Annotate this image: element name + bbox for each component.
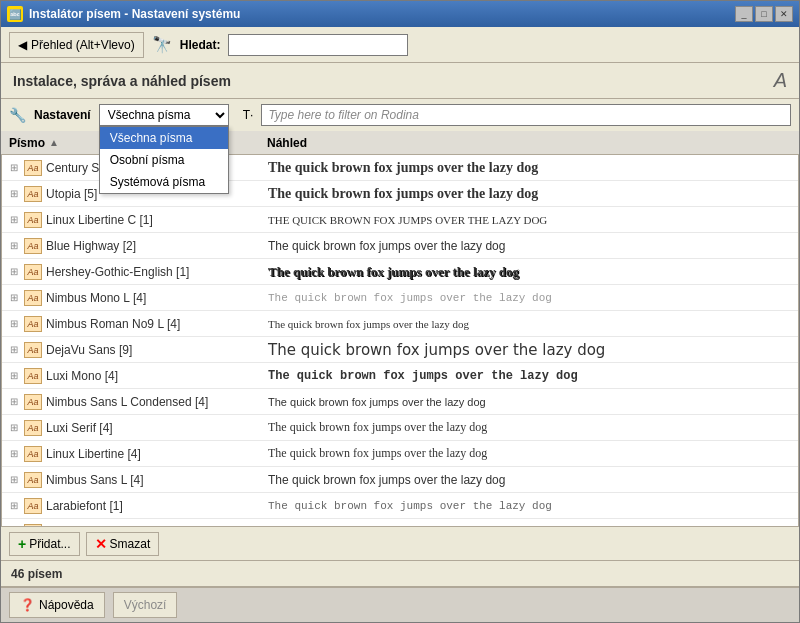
font-name: Nimbus Sans L [4] xyxy=(46,473,144,487)
window-title: Instalátor písem - Nastavení systému xyxy=(29,7,240,21)
font-name: Hershey-Gothic-English [1] xyxy=(46,265,189,279)
remove-button-label: Smazat xyxy=(110,537,151,551)
font-decoration-icon: A xyxy=(774,69,787,92)
help-icon: ❓ xyxy=(20,598,35,612)
font-type-icon: Aa xyxy=(24,186,42,202)
expand-icon[interactable]: ⊞ xyxy=(10,188,18,199)
remove-button[interactable]: ✕ Smazat xyxy=(86,532,160,556)
minimize-button[interactable]: _ xyxy=(735,6,753,22)
font-preview: The quick brown fox jumps over the lazy … xyxy=(268,500,790,512)
font-type-icon: Aa xyxy=(24,472,42,488)
dropdown-item-personal[interactable]: Osobní písma xyxy=(100,149,228,171)
font-name-cell: ⊞ Aa DejaVu Sans [9] xyxy=(10,342,268,358)
subtitle-bar: Instalace, správa a náhled písem A xyxy=(1,63,799,99)
font-name-cell: ⊞ Aa Linux Libertine [4] xyxy=(10,446,268,462)
table-row[interactable]: ⊞ Aa Hershey-Gothic-English [1] The quic… xyxy=(2,259,798,285)
font-name: Nimbus Roman No9 L [4] xyxy=(46,317,180,331)
font-name-cell: ⊞ Aa Linux Libertine C [1] xyxy=(10,212,268,228)
expand-icon[interactable]: ⊞ xyxy=(10,422,18,433)
font-name-cell: ⊞ Aa Nimbus Roman No9 L [4] xyxy=(10,316,268,332)
font-name-cell: ⊞ Aa Luxi Mono [4] xyxy=(10,368,268,384)
default-button[interactable]: Výchozí xyxy=(113,592,178,618)
font-type-icon: Aa xyxy=(24,238,42,254)
table-row[interactable]: ⊞ Aa DejaVu Sans [9] The quick brown fox… xyxy=(2,337,798,363)
page-title: Instalace, správa a náhled písem xyxy=(13,73,231,89)
expand-icon[interactable]: ⊞ xyxy=(10,240,18,251)
title-bar: 🔤 Instalátor písem - Nastavení systému _… xyxy=(1,1,799,27)
font-name: Blue Highway [2] xyxy=(46,239,136,253)
font-table[interactable]: ⊞ Aa Century Sc... The quick brown fox j… xyxy=(1,155,799,526)
font-preview: THE QUICK BROWN FOX JUMPS OVER THE LAZY … xyxy=(268,214,790,226)
font-name: Linux Libertine [4] xyxy=(46,447,141,461)
table-row[interactable]: ⊞ Aa Nimbus Mono L [4] The quick brown f… xyxy=(2,285,798,311)
col-font-label: Písmo xyxy=(9,136,45,150)
dropdown-item-system[interactable]: Systémová písma xyxy=(100,171,228,193)
expand-icon[interactable]: ⊞ xyxy=(10,500,18,511)
font-name-cell: ⊞ Aa Larabiefont [1] xyxy=(10,498,268,514)
table-row[interactable]: ⊞ Aa Larabiefont [1] The quick brown fox… xyxy=(2,493,798,519)
expand-icon[interactable]: ⊞ xyxy=(10,292,18,303)
expand-icon[interactable]: ⊞ xyxy=(10,344,18,355)
close-button[interactable]: ✕ xyxy=(775,6,793,22)
sort-icon[interactable]: ▲ xyxy=(49,137,59,148)
expand-icon[interactable]: ⊞ xyxy=(10,162,18,173)
search-label: Hledat: xyxy=(180,38,221,52)
back-button-label: Přehled (Alt+Vlevo) xyxy=(31,38,135,52)
font-type-icon: Aa xyxy=(24,394,42,410)
family-filter-input[interactable] xyxy=(261,104,791,126)
help-button[interactable]: ❓ Nápověda xyxy=(9,592,105,618)
table-row[interactable]: ⊞ Aa Nimbus Sans L Condensed [4] The qui… xyxy=(2,389,798,415)
font-name-cell: ⊞ Aa Nimbus Sans L [4] xyxy=(10,472,268,488)
expand-icon[interactable]: ⊞ xyxy=(10,318,18,329)
filter-select[interactable]: Všechna písma Osobní písma Systémová pís… xyxy=(99,104,229,126)
font-preview: The quick brown fox jumps over the lazy … xyxy=(268,446,790,461)
main-window: 🔤 Instalátor písem - Nastavení systému _… xyxy=(0,0,800,623)
maximize-button[interactable]: □ xyxy=(755,6,773,22)
table-row[interactable]: ⊞ Aa Luxi Mono [4] The quick brown fox j… xyxy=(2,363,798,389)
font-name-cell: ⊞ Aa Nimbus Sans L Condensed [4] xyxy=(10,394,268,410)
action-bar: + Přidat... ✕ Smazat xyxy=(1,526,799,560)
search-input[interactable] xyxy=(228,34,408,56)
table-row[interactable]: ⊞ Aa Lucida Sans Typewriter [2] The quic… xyxy=(2,519,798,526)
expand-icon[interactable]: ⊞ xyxy=(10,266,18,277)
filter-dropdown-menu: Všechna písma Osobní písma Systémová pís… xyxy=(99,126,229,194)
expand-icon[interactable]: ⊞ xyxy=(10,370,18,381)
dropdown-item-all[interactable]: Všechna písma xyxy=(100,127,228,149)
font-type-icon: Aa xyxy=(24,446,42,462)
expand-icon[interactable]: ⊞ xyxy=(10,214,18,225)
col-preview-label: Náhled xyxy=(267,136,307,150)
font-name: Nimbus Mono L [4] xyxy=(46,291,146,305)
font-name: Larabiefont [1] xyxy=(46,499,123,513)
table-row[interactable]: ⊞ Aa Nimbus Roman No9 L [4] The quick br… xyxy=(2,311,798,337)
back-arrow-icon: ◀ xyxy=(18,38,27,52)
help-button-label: Nápověda xyxy=(39,598,94,612)
filter-t-icon: T· xyxy=(243,108,254,122)
table-row[interactable]: ⊞ Aa Luxi Serif [4] The quick brown fox … xyxy=(2,415,798,441)
table-row[interactable]: ⊞ Aa Blue Highway [2] The quick brown fo… xyxy=(2,233,798,259)
expand-icon[interactable]: ⊞ xyxy=(10,396,18,407)
font-name-cell: ⊞ Aa Luxi Serif [4] xyxy=(10,420,268,436)
add-button[interactable]: + Přidat... xyxy=(9,532,80,556)
default-button-label: Výchozí xyxy=(124,598,167,612)
font-preview: The quick brown fox jumps over the lazy … xyxy=(268,396,790,408)
font-name: Linux Libertine C [1] xyxy=(46,213,153,227)
table-row[interactable]: ⊞ Aa Linux Libertine [4] The quick brown… xyxy=(2,441,798,467)
font-name: Luxi Mono [4] xyxy=(46,369,118,383)
title-bar-left: 🔤 Instalátor písem - Nastavení systému xyxy=(7,6,240,22)
back-button[interactable]: ◀ Přehled (Alt+Vlevo) xyxy=(9,32,144,58)
table-row[interactable]: ⊞ Aa Linux Libertine C [1] THE QUICK BRO… xyxy=(2,207,798,233)
font-preview: The quick brown fox jumps over the lazy … xyxy=(268,420,790,435)
font-type-icon: Aa xyxy=(24,212,42,228)
table-row[interactable]: ⊞ Aa Nimbus Sans L [4] The quick brown f… xyxy=(2,467,798,493)
filter-bar: 🔧 Nastavení Všechna písma Osobní písma S… xyxy=(1,99,799,131)
toolbar: ◀ Přehled (Alt+Vlevo) 🔭 Hledat: xyxy=(1,27,799,63)
expand-icon[interactable]: ⊞ xyxy=(10,448,18,459)
count-bar: 46 písem xyxy=(1,560,799,586)
font-count: 46 písem xyxy=(11,567,62,581)
font-type-icon: Aa xyxy=(24,342,42,358)
font-preview: The quick brown fox jumps over the lazy … xyxy=(268,369,790,383)
font-preview: The quick brown fox jumps over the lazy … xyxy=(268,264,790,280)
expand-icon[interactable]: ⊞ xyxy=(10,474,18,485)
add-button-label: Přidat... xyxy=(29,537,70,551)
binoculars-icon: 🔭 xyxy=(152,35,172,54)
